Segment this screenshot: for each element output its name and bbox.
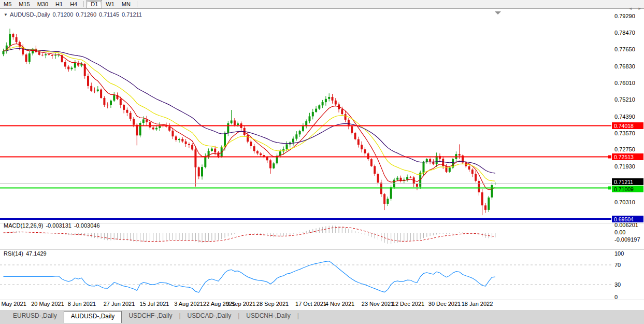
svg-text:0.70310: 0.70310 bbox=[614, 199, 635, 205]
macd-value: -0.003131 bbox=[46, 222, 71, 229]
svg-text:30: 30 bbox=[614, 281, 621, 288]
rsi-indicator-label: RSI(14)47.1429 bbox=[4, 250, 47, 257]
chart-symbol-label: AUDUSD-,Daily bbox=[10, 11, 50, 18]
svg-text:0.78470: 0.78470 bbox=[614, 30, 635, 36]
timeframe-button-w1[interactable]: W1 bbox=[102, 0, 118, 8]
chart-canvas[interactable]: 0.740180.725130.712110.710090.695040.792… bbox=[0, 0, 644, 324]
svg-text:70: 70 bbox=[614, 262, 621, 268]
svg-text:12 Dec 2021: 12 Dec 2021 bbox=[392, 301, 424, 307]
svg-text:30 Dec 2021: 30 Dec 2021 bbox=[428, 301, 461, 307]
toolbar-separator bbox=[83, 1, 84, 7]
ohlc-open: 0.71200 bbox=[53, 11, 74, 18]
svg-text:0.74018: 0.74018 bbox=[614, 123, 634, 129]
hline-support-1[interactable]: 0.71009 bbox=[0, 186, 643, 192]
macd-indicator-label: MACD(12,26,9)-0.003131-0.003046 bbox=[4, 222, 100, 229]
svg-text:-0.009197: -0.009197 bbox=[614, 236, 640, 243]
svg-text:9 Sep 2021: 9 Sep 2021 bbox=[226, 301, 255, 307]
svg-text:0.71211: 0.71211 bbox=[614, 179, 633, 185]
macd-axis-labels: 0.0062010.00-0.009197 bbox=[614, 222, 640, 243]
timeframe-button-m5[interactable]: M5 bbox=[0, 0, 15, 8]
chart-header: ▼AUDUSD-,Daily0.712000.712600.711450.712… bbox=[4, 11, 142, 18]
svg-text:0.00: 0.00 bbox=[614, 229, 625, 235]
svg-text:18 Jan 2022: 18 Jan 2022 bbox=[462, 301, 493, 307]
tab-usdchf-daily[interactable]: USDCHF-,Daily bbox=[122, 311, 179, 321]
svg-text:0.74390: 0.74390 bbox=[614, 114, 635, 120]
price-axis-labels: 0.792900.784700.776500.768300.760100.752… bbox=[614, 13, 635, 205]
date-axis-labels: 2 May 202120 May 20218 Jun 202127 Jun 20… bbox=[0, 301, 493, 307]
svg-text:0.73570: 0.73570 bbox=[614, 130, 635, 136]
panel-separators bbox=[0, 223, 644, 300]
svg-text:0.76830: 0.76830 bbox=[614, 63, 635, 69]
timeframe-button-m15[interactable]: M15 bbox=[15, 0, 33, 8]
svg-text:15 Jul 2021: 15 Jul 2021 bbox=[140, 301, 169, 307]
ma-mid-line bbox=[4, 47, 495, 181]
rsi-level-lines bbox=[0, 265, 611, 285]
svg-text:0.79290: 0.79290 bbox=[614, 13, 635, 19]
svg-text:0.75210: 0.75210 bbox=[614, 96, 635, 103]
symbol-tab-bar: EURUSD-,DailyAUDUSD-,DailyUSDCHF-,Daily|… bbox=[0, 309, 644, 324]
timeframe-button-m30[interactable]: M30 bbox=[34, 0, 52, 8]
svg-text:28 Sep 2021: 28 Sep 2021 bbox=[256, 301, 289, 307]
timeframe-button-d1[interactable]: D1 bbox=[87, 0, 102, 8]
hline-resistance-2[interactable]: 0.72513 bbox=[0, 153, 643, 160]
hline-resistance-1[interactable]: 0.74018 bbox=[0, 122, 643, 129]
timeframe-toolbar: M5M15M30H1H4D1W1MN bbox=[0, 0, 644, 9]
svg-text:0.71930: 0.71930 bbox=[614, 163, 635, 170]
hline-support-2[interactable]: 0.69504 bbox=[0, 216, 643, 222]
rsi-value: 47.1429 bbox=[26, 250, 47, 257]
toolbar-separator bbox=[137, 1, 137, 7]
ma-fast-line bbox=[4, 44, 495, 190]
tab-separator: | bbox=[297, 311, 299, 319]
candles bbox=[3, 29, 496, 215]
timeframe-button-h1[interactable]: H1 bbox=[52, 0, 66, 8]
timeframe-button-h4[interactable]: H4 bbox=[66, 0, 81, 8]
ohlc-high: 0.71260 bbox=[76, 11, 96, 18]
ohlc-low: 0.71145 bbox=[99, 11, 119, 18]
tab-eurusd-daily[interactable]: EURUSD-,Daily bbox=[6, 311, 64, 321]
svg-text:0.77650: 0.77650 bbox=[614, 46, 635, 52]
macd-signal-value: -0.003046 bbox=[74, 222, 100, 229]
svg-text:17 Oct 2021: 17 Oct 2021 bbox=[295, 301, 326, 307]
svg-text:0.69504: 0.69504 bbox=[614, 216, 634, 222]
tab-usdcnh-daily[interactable]: USDCNH-,Daily bbox=[239, 311, 297, 321]
macd-signal-line bbox=[4, 227, 495, 242]
svg-text:0.76010: 0.76010 bbox=[614, 80, 635, 86]
svg-text:3 Aug 2021: 3 Aug 2021 bbox=[174, 301, 203, 307]
svg-text:0.72750: 0.72750 bbox=[614, 146, 635, 152]
tab-scroll-right-button[interactable]: ▸ bbox=[638, 6, 641, 11]
ohlc-close: 0.71211 bbox=[122, 11, 142, 18]
ma-slow-line bbox=[4, 49, 495, 174]
svg-text:0.006201: 0.006201 bbox=[614, 222, 638, 228]
scroll-to-end-marker[interactable] bbox=[495, 11, 501, 15]
svg-text:2 May 2021: 2 May 2021 bbox=[0, 301, 26, 307]
hline-current-price[interactable]: 0.71211 bbox=[0, 178, 643, 185]
svg-text:0: 0 bbox=[614, 294, 618, 300]
tab-scroll-left-button[interactable]: ◂ bbox=[629, 6, 632, 11]
svg-text:100: 100 bbox=[614, 250, 624, 257]
rsi-line bbox=[4, 261, 495, 292]
rsi-axis-labels: 10070300 bbox=[614, 250, 624, 300]
timeframe-button-mn[interactable]: MN bbox=[118, 0, 134, 8]
svg-text:27 Jun 2021: 27 Jun 2021 bbox=[104, 301, 135, 307]
tab-usdcad-daily[interactable]: USDCAD-,Daily bbox=[181, 311, 238, 321]
svg-text:4 Nov 2021: 4 Nov 2021 bbox=[325, 301, 354, 307]
chart-collapse-icon[interactable]: ▼ bbox=[4, 12, 8, 17]
svg-text:8 Jun 2021: 8 Jun 2021 bbox=[68, 301, 96, 307]
svg-text:20 May 2021: 20 May 2021 bbox=[31, 301, 64, 307]
svg-text:0.72513: 0.72513 bbox=[614, 154, 634, 160]
tab-audusd-daily[interactable]: AUDUSD-,Daily bbox=[64, 311, 122, 323]
mt4-window: M5M15M30H1H4D1W1MN 0.740180.725130.71211… bbox=[0, 0, 644, 324]
svg-text:23 Nov 2021: 23 Nov 2021 bbox=[362, 301, 394, 307]
svg-text:0.71009: 0.71009 bbox=[614, 186, 634, 192]
